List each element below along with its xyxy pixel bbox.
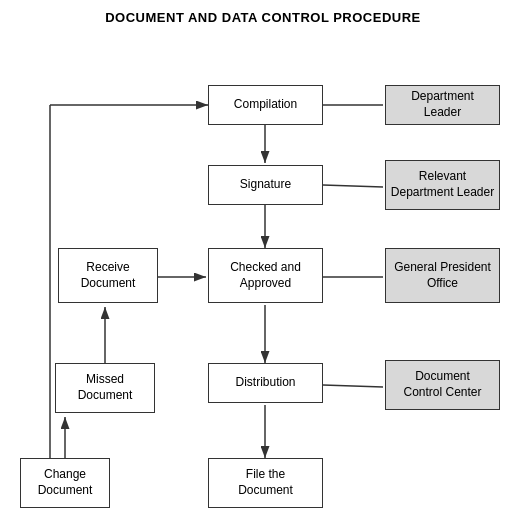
relevant-department-label: RelevantDepartment Leader xyxy=(391,169,494,200)
compilation-label: Compilation xyxy=(234,97,297,113)
signature-box: Signature xyxy=(208,165,323,205)
flowchart: Compilation Signature Checked andApprove… xyxy=(0,30,526,510)
department-leader-box: DepartmentLeader xyxy=(385,85,500,125)
document-control-label: DocumentControl Center xyxy=(403,369,481,400)
general-president-label: General PresidentOffice xyxy=(394,260,491,291)
file-document-label: File theDocument xyxy=(238,467,293,498)
missed-document-label: MissedDocument xyxy=(78,372,133,403)
svg-line-8 xyxy=(323,385,383,387)
distribution-label: Distribution xyxy=(235,375,295,391)
missed-document-box: MissedDocument xyxy=(55,363,155,413)
compilation-box: Compilation xyxy=(208,85,323,125)
page-title: DOCUMENT AND DATA CONTROL PROCEDURE xyxy=(0,0,526,25)
file-document-box: File theDocument xyxy=(208,458,323,508)
change-document-box: ChangeDocument xyxy=(20,458,110,508)
page: DOCUMENT AND DATA CONTROL PROCEDURE xyxy=(0,0,526,515)
checked-approved-box: Checked andApproved xyxy=(208,248,323,303)
receive-document-label: ReceiveDocument xyxy=(81,260,136,291)
svg-line-6 xyxy=(323,185,383,187)
distribution-box: Distribution xyxy=(208,363,323,403)
signature-label: Signature xyxy=(240,177,291,193)
relevant-department-box: RelevantDepartment Leader xyxy=(385,160,500,210)
department-leader-label: DepartmentLeader xyxy=(411,89,474,120)
checked-approved-label: Checked andApproved xyxy=(230,260,301,291)
change-document-label: ChangeDocument xyxy=(38,467,93,498)
general-president-box: General PresidentOffice xyxy=(385,248,500,303)
receive-document-box: ReceiveDocument xyxy=(58,248,158,303)
document-control-box: DocumentControl Center xyxy=(385,360,500,410)
